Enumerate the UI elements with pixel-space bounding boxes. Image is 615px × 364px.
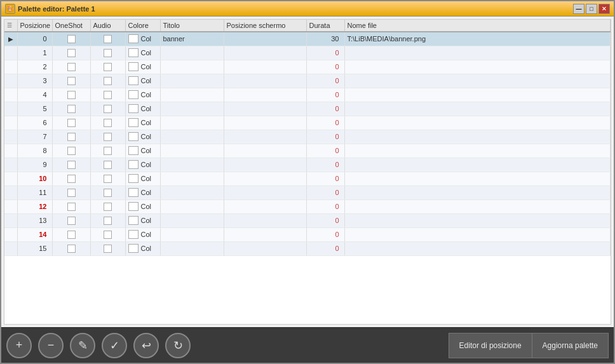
row-audio[interactable] xyxy=(90,213,125,227)
row-oneshot[interactable] xyxy=(52,241,90,255)
oneshot-checkbox[interactable] xyxy=(67,49,76,57)
row-audio[interactable] xyxy=(90,241,125,255)
row-oneshot[interactable] xyxy=(52,46,90,60)
row-oneshot[interactable] xyxy=(52,199,90,213)
audio-checkbox[interactable] xyxy=(104,77,112,85)
audio-checkbox[interactable] xyxy=(104,189,112,197)
table-row[interactable]: 15Col0 xyxy=(4,241,611,255)
audio-checkbox[interactable] xyxy=(104,35,112,43)
row-audio[interactable] xyxy=(90,116,125,130)
table-row[interactable]: 2Col0 xyxy=(4,60,611,74)
audio-checkbox[interactable] xyxy=(104,91,112,99)
row-audio[interactable] xyxy=(90,60,125,74)
audio-checkbox[interactable] xyxy=(104,217,112,225)
row-audio[interactable] xyxy=(90,144,125,158)
audio-checkbox[interactable] xyxy=(104,49,112,57)
audio-checkbox[interactable] xyxy=(104,203,112,211)
oneshot-checkbox[interactable] xyxy=(67,77,76,85)
table-row[interactable]: 11Col0 xyxy=(4,185,611,199)
row-oneshot[interactable] xyxy=(52,116,90,130)
oneshot-checkbox[interactable] xyxy=(67,203,76,211)
row-oneshot[interactable] xyxy=(52,130,90,144)
oneshot-checkbox[interactable] xyxy=(67,147,76,155)
row-oneshot[interactable] xyxy=(52,144,90,158)
row-audio[interactable] xyxy=(90,46,125,60)
row-oneshot[interactable] xyxy=(52,74,90,88)
oneshot-checkbox[interactable] xyxy=(67,217,76,225)
oneshot-checkbox[interactable] xyxy=(67,105,76,113)
audio-checkbox[interactable] xyxy=(104,105,112,113)
audio-checkbox[interactable] xyxy=(104,161,112,169)
row-oneshot[interactable] xyxy=(52,32,90,46)
confirm-button[interactable]: ✓ xyxy=(102,333,127,358)
th-durata[interactable]: Durata xyxy=(306,20,344,32)
oneshot-checkbox[interactable] xyxy=(67,119,76,127)
table-row[interactable]: 10Col0 xyxy=(4,172,611,185)
row-color[interactable]: Col xyxy=(125,172,160,185)
oneshot-checkbox[interactable] xyxy=(67,231,76,239)
table-row[interactable]: 1Col0 xyxy=(4,46,611,60)
row-audio[interactable] xyxy=(90,227,125,241)
row-audio[interactable] xyxy=(90,74,125,88)
minimize-button[interactable]: — xyxy=(573,4,585,14)
row-oneshot[interactable] xyxy=(52,158,90,172)
row-oneshot[interactable] xyxy=(52,60,90,74)
refresh-button[interactable]: ↻ xyxy=(165,333,191,358)
row-oneshot[interactable] xyxy=(52,213,90,227)
row-color[interactable]: Col xyxy=(125,144,160,158)
table-row[interactable]: 6Col0 xyxy=(4,116,611,130)
oneshot-checkbox[interactable] xyxy=(67,63,76,71)
row-audio[interactable] xyxy=(90,102,125,116)
row-color[interactable]: Col xyxy=(125,102,160,116)
row-audio[interactable] xyxy=(90,130,125,144)
row-color[interactable]: Col xyxy=(125,60,160,74)
th-audio[interactable]: Audio xyxy=(90,20,125,32)
row-color[interactable]: Col xyxy=(125,116,160,130)
oneshot-checkbox[interactable] xyxy=(67,245,76,253)
row-color[interactable]: Col xyxy=(125,130,160,144)
th-posizione[interactable]: Posizione xyxy=(17,20,52,32)
th-posizione-schermo[interactable]: Posizione schermo xyxy=(224,20,306,32)
row-oneshot[interactable] xyxy=(52,172,90,185)
row-audio[interactable] xyxy=(90,185,125,199)
row-oneshot[interactable] xyxy=(52,185,90,199)
audio-checkbox[interactable] xyxy=(104,133,112,141)
oneshot-checkbox[interactable] xyxy=(67,161,76,169)
audio-checkbox[interactable] xyxy=(104,175,112,183)
th-titolo[interactable]: Titolo xyxy=(160,20,224,32)
row-color[interactable]: Col xyxy=(125,32,160,46)
row-oneshot[interactable] xyxy=(52,102,90,116)
table-row[interactable]: 4Col0 xyxy=(4,88,611,102)
row-oneshot[interactable] xyxy=(52,88,90,102)
audio-checkbox[interactable] xyxy=(104,63,112,71)
th-nome-file[interactable]: Nome file xyxy=(344,20,611,32)
row-audio[interactable] xyxy=(90,158,125,172)
table-row[interactable]: 9Col0 xyxy=(4,158,611,172)
row-audio[interactable] xyxy=(90,88,125,102)
row-audio[interactable] xyxy=(90,32,125,46)
table-row[interactable]: 5Col0 xyxy=(4,102,611,116)
row-color[interactable]: Col xyxy=(125,241,160,255)
table-row[interactable]: 7Col0 xyxy=(4,130,611,144)
oneshot-checkbox[interactable] xyxy=(67,189,76,197)
oneshot-checkbox[interactable] xyxy=(67,35,76,43)
row-color[interactable]: Col xyxy=(125,227,160,241)
th-colore[interactable]: Colore xyxy=(125,20,160,32)
table-row[interactable]: 13Col0 xyxy=(4,213,611,227)
close-button[interactable]: ✕ xyxy=(598,4,610,14)
table-row[interactable]: 12Col0 xyxy=(4,199,611,213)
table-row[interactable]: 8Col0 xyxy=(4,144,611,158)
audio-checkbox[interactable] xyxy=(104,147,112,155)
row-color[interactable]: Col xyxy=(125,74,160,88)
row-color[interactable]: Col xyxy=(125,185,160,199)
th-oneshot[interactable]: OneShot xyxy=(52,20,90,32)
table-container[interactable]: ☰ Posizione OneShot Audio xyxy=(4,19,611,325)
row-color[interactable]: Col xyxy=(125,213,160,227)
oneshot-checkbox[interactable] xyxy=(67,91,76,99)
oneshot-checkbox[interactable] xyxy=(67,175,76,183)
maximize-button[interactable]: □ xyxy=(586,4,597,14)
editor-posizione-button[interactable]: Editor di posizione xyxy=(449,333,532,358)
audio-checkbox[interactable] xyxy=(104,231,112,239)
table-row[interactable]: 3Col0 xyxy=(4,74,611,88)
edit-button[interactable]: ✎ xyxy=(70,333,95,358)
